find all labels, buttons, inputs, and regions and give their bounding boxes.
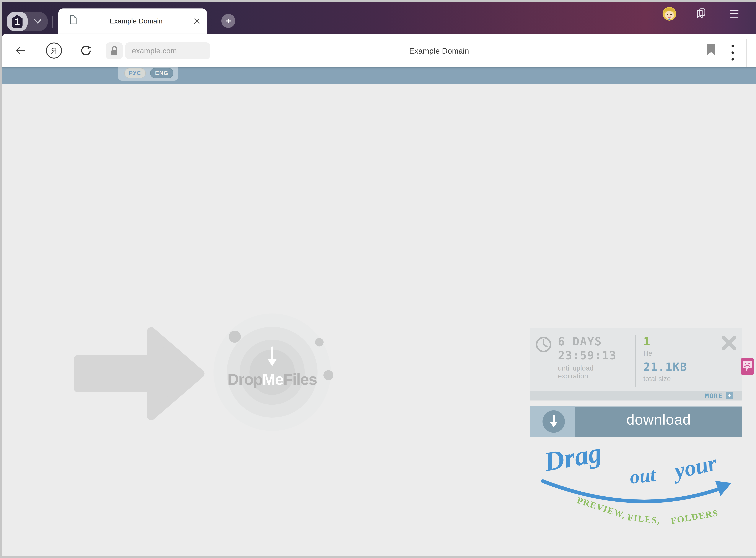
expiry-days: 6 DAYS (558, 335, 602, 348)
more-label[interactable]: MORE (690, 392, 723, 400)
back-icon[interactable] (15, 45, 26, 56)
more-options-icon[interactable] (731, 58, 734, 60)
download-circle[interactable] (542, 410, 565, 433)
report-abuse-button[interactable] (741, 358, 754, 375)
logo-part-files: Files (284, 371, 317, 388)
yandex-browser-icon[interactable]: Я (46, 43, 62, 58)
more-options-icon[interactable] (731, 51, 734, 54)
dropmefiles-logo: DropMeFiles (221, 371, 324, 388)
logo-part-drop: Drop (227, 371, 262, 388)
logo-dot (229, 331, 241, 343)
upload-arrow-icon (266, 347, 278, 367)
file-count-label: file (643, 349, 652, 357)
download-label: download (575, 411, 742, 428)
site-security-button[interactable] (106, 42, 123, 59)
reload-icon[interactable] (80, 44, 92, 57)
page-header-band (2, 67, 756, 84)
url-text: example.com (125, 42, 210, 59)
tab-count: 1 (11, 15, 24, 28)
menu-icon[interactable] (730, 17, 738, 18)
panel-divider (635, 335, 636, 387)
page-title: Example Domain (363, 46, 515, 55)
page-favicon-icon (70, 15, 77, 25)
total-size-value: 21.1KB (643, 360, 687, 374)
menu-icon[interactable] (730, 10, 738, 11)
tab-title: Example Domain (85, 17, 188, 25)
yandex-glyph: Я (51, 46, 57, 55)
lang-rus-button[interactable]: РУС (124, 68, 146, 78)
browser-window: 1 Example Domain + Я (0, 0, 756, 558)
toolbar-divider (746, 39, 747, 67)
menu-icon[interactable] (730, 13, 738, 14)
logo-dot (323, 370, 333, 380)
sidebar-panels-icon[interactable] (696, 8, 706, 19)
expiry-caption-line2: expiration (558, 372, 588, 380)
expiry-caption-line1: until upload (558, 364, 593, 372)
chevron-down-icon[interactable] (33, 19, 42, 25)
bookmark-icon[interactable] (707, 44, 715, 55)
logo-part-me: Me (262, 371, 283, 388)
address-bar[interactable]: example.com (125, 42, 210, 59)
total-size-label: total size (643, 375, 671, 383)
tabbar-separator (52, 16, 53, 28)
file-count: 1 (643, 335, 651, 348)
tab-close-icon[interactable] (193, 18, 200, 25)
clock-icon (535, 336, 552, 353)
sad-face-bubble-icon (743, 360, 752, 373)
panel-close-icon[interactable] (721, 335, 737, 351)
profile-avatar[interactable] (662, 7, 676, 21)
lang-eng-button[interactable]: ENG (150, 68, 173, 78)
new-tab-button[interactable]: + (221, 14, 235, 28)
more-options-icon[interactable] (731, 45, 734, 47)
more-plus-button[interactable]: + (726, 392, 733, 399)
logo-dot (315, 338, 324, 347)
drag-arrow-graphic (71, 321, 207, 427)
expiry-countdown: 23:59:13 (558, 349, 617, 362)
lock-icon (110, 46, 119, 56)
download-arrow-icon (549, 415, 558, 429)
